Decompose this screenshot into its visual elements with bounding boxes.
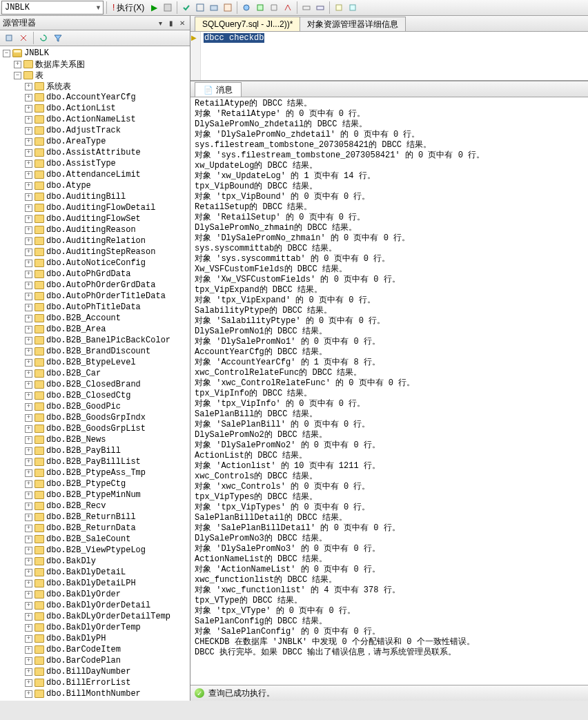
tree-table-node[interactable]: +dbo.B2B_ReturnBill <box>0 512 190 523</box>
toolbar-icon-11[interactable] <box>346 1 359 14</box>
tree-table-node[interactable]: +dbo.BillErrorList <box>0 677 190 688</box>
toolbar-icon-9[interactable] <box>314 1 326 14</box>
tree-table-node[interactable]: +dbo.AuditingFlowSet <box>0 213 190 224</box>
expand-icon[interactable]: + <box>25 326 32 333</box>
tree-table-node[interactable]: +dbo.B2B_BanelPicBackColor <box>0 335 190 346</box>
expand-icon[interactable]: + <box>25 271 32 278</box>
expand-icon[interactable]: + <box>25 425 32 433</box>
expand-icon[interactable]: + <box>25 569 32 576</box>
tree-system-tables-node[interactable]: + 系统表 <box>0 81 190 92</box>
expand-icon[interactable]: + <box>25 668 32 676</box>
expand-icon[interactable]: + <box>25 525 32 532</box>
tree-table-node[interactable]: +dbo.B2B_PtypeMinNum <box>0 489 190 500</box>
expand-icon[interactable]: + <box>25 282 32 289</box>
expand-icon[interactable]: + <box>25 381 32 389</box>
expand-icon[interactable]: + <box>25 149 32 157</box>
expand-icon[interactable]: + <box>25 237 32 245</box>
expand-icon[interactable]: + <box>25 403 32 411</box>
toolbar-icon-2[interactable] <box>208 1 220 14</box>
expand-icon[interactable]: + <box>25 458 32 466</box>
expand-icon[interactable]: + <box>25 492 32 499</box>
tree-table-node[interactable]: +dbo.B2B_Account <box>0 313 190 324</box>
tree-table-node[interactable]: +dbo.BillDayNumber <box>0 666 190 677</box>
expand-icon[interactable]: + <box>25 436 32 444</box>
expand-icon[interactable]: + <box>25 138 32 146</box>
tree-table-node[interactable]: +dbo.B2B_Recv <box>0 500 190 512</box>
debug-button[interactable]: ▶ <box>148 1 160 14</box>
expand-icon[interactable]: + <box>25 657 32 665</box>
expand-icon[interactable]: + <box>25 337 32 344</box>
tree-table-node[interactable]: +dbo.AutoPhOrderTitleData <box>0 291 190 302</box>
tab-messages[interactable]: 📄 消息 <box>195 82 242 97</box>
expand-icon[interactable]: + <box>25 480 32 488</box>
tree-table-node[interactable]: +dbo.AdjustTrack <box>0 125 190 136</box>
toolbar-icon-1[interactable] <box>194 1 206 14</box>
tree-table-node[interactable]: +dbo.B2B_ClosedBrand <box>0 379 190 390</box>
expand-icon[interactable]: + <box>25 127 32 135</box>
tree-table-node[interactable]: +dbo.BakDlyPH <box>0 633 190 644</box>
expand-icon[interactable]: + <box>25 679 32 687</box>
tree-table-node[interactable]: +dbo.Atype <box>0 180 190 191</box>
disconnect-icon[interactable] <box>17 32 30 44</box>
expand-icon[interactable]: + <box>25 171 32 179</box>
tree-table-node[interactable]: +dbo.B2B_Car <box>0 368 190 379</box>
tree-table-node[interactable]: +dbo.B2B_ReturnData <box>0 523 190 534</box>
collapse-icon[interactable]: − <box>14 72 21 79</box>
tree-table-node[interactable]: +dbo.AuditingRelation <box>0 235 190 246</box>
tree-tables-node[interactable]: − 表 <box>0 70 190 81</box>
expand-icon[interactable]: + <box>25 591 32 599</box>
tree-table-node[interactable]: +dbo.AuditingFlowDetail <box>0 202 190 213</box>
expand-icon[interactable]: + <box>25 83 32 90</box>
tab-object-details[interactable]: 对象资源管理器详细信息 <box>300 17 406 31</box>
tree-table-node[interactable]: +dbo.BakDlyDetaiL <box>0 567 190 578</box>
filter-icon[interactable] <box>52 32 64 44</box>
toolbar-icon-8[interactable] <box>300 1 313 14</box>
tree-table-node[interactable]: +dbo.AuditingBill <box>0 191 190 202</box>
tree-table-node[interactable]: +dbo.BarCodeItem <box>0 644 190 655</box>
tree-table-node[interactable]: +dbo.B2B_News <box>0 434 190 445</box>
expand-icon[interactable]: + <box>25 536 32 543</box>
tree-table-node[interactable]: +dbo.B2B_PayBillList <box>0 456 190 467</box>
database-combo[interactable]: JNBLK ▼ <box>1 1 104 14</box>
expand-icon[interactable]: + <box>25 293 32 300</box>
tree-table-node[interactable]: +dbo.B2B_GoodsGrpList <box>0 423 190 434</box>
expand-icon[interactable]: + <box>25 226 32 234</box>
expand-icon[interactable]: + <box>14 61 21 68</box>
expand-icon[interactable]: + <box>25 624 32 632</box>
expand-icon[interactable]: + <box>25 469 32 477</box>
expand-icon[interactable]: + <box>25 503 32 510</box>
expand-icon[interactable]: + <box>25 94 32 101</box>
expand-icon[interactable]: + <box>25 613 32 621</box>
expand-icon[interactable]: + <box>25 602 32 610</box>
tree-table-node[interactable]: +dbo.B2B_SaleCount <box>0 534 190 545</box>
expand-icon[interactable]: + <box>25 635 32 643</box>
tree-table-node[interactable]: +dbo.AutoPhTitleData <box>0 302 190 313</box>
expand-icon[interactable]: + <box>25 315 32 322</box>
tree-table-node[interactable]: +dbo.B2B_GoodPic <box>0 401 190 412</box>
expand-icon[interactable]: + <box>25 580 32 587</box>
tab-sql-query[interactable]: SQLQuery7.sql - JI...2))* <box>195 17 300 31</box>
tree-table-node[interactable]: +dbo.AuditingStepReason <box>0 246 190 257</box>
tree-table-node[interactable]: +dbo.ActionNameList <box>0 114 190 125</box>
panel-pin-icon[interactable]: ▮ <box>166 18 176 28</box>
collapse-icon[interactable]: − <box>3 50 10 57</box>
parse-button[interactable] <box>180 1 193 14</box>
expand-icon[interactable]: + <box>25 447 32 455</box>
tree-table-node[interactable]: +dbo.B2B_BtypeLevel <box>0 357 190 368</box>
object-tree[interactable]: − JNBLK + 数据库关系图 − 表 + 系统表 +dbo.AccountY… <box>0 46 190 701</box>
expand-icon[interactable]: + <box>25 304 32 311</box>
tree-table-node[interactable]: +dbo.B2B_ViewPtypeLog <box>0 545 190 556</box>
tree-table-node[interactable]: +dbo.B2B_PtypeAss_Tmp <box>0 467 190 478</box>
tree-table-node[interactable]: +dbo.B2B_ClosedCtg <box>0 390 190 401</box>
panel-dropdown-icon[interactable]: ▾ <box>155 18 165 28</box>
expand-icon[interactable]: + <box>25 105 32 113</box>
toolbar-icon-6[interactable] <box>268 1 280 14</box>
tree-table-node[interactable]: +dbo.AutoNoticeConfig <box>0 257 190 269</box>
panel-close-icon[interactable]: ✕ <box>177 18 187 28</box>
tree-table-node[interactable]: +dbo.BillMonthNumber <box>0 688 190 699</box>
expand-icon[interactable]: + <box>25 414 32 422</box>
tree-table-node[interactable]: +dbo.AutoPhOrderGrdData <box>0 280 190 291</box>
execute-button[interactable]: ! 执行(X) <box>110 1 147 14</box>
editor-code-area[interactable]: dbcc checkdb <box>201 32 588 80</box>
expand-icon[interactable]: + <box>25 249 32 256</box>
